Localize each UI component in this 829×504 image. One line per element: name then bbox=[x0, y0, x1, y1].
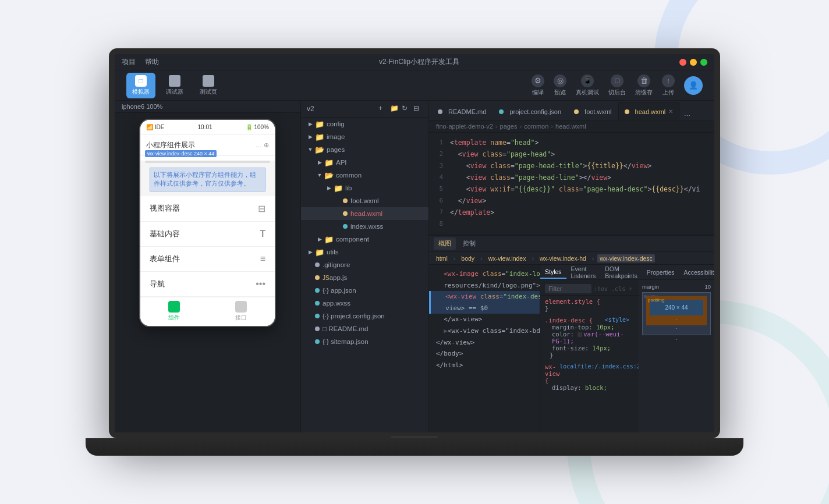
app-title: v2-FinClip小程序开发工具 bbox=[159, 57, 679, 67]
css-selector-wx-view: wx-view { bbox=[545, 363, 559, 384]
tree-item-lib[interactable]: ▶ 📁 lib bbox=[301, 182, 428, 194]
element-tag-wx-hd[interactable]: wx-view.index-hd bbox=[537, 254, 589, 262]
test-label: 测试页 bbox=[200, 88, 217, 96]
panel-tab-control[interactable]: 控制 bbox=[458, 237, 480, 250]
tree-collapse-icon[interactable]: ⊟ bbox=[413, 104, 423, 113]
tab-more-btn[interactable]: ⋯ bbox=[679, 112, 695, 120]
tree-item-api[interactable]: ▶ 📁 API bbox=[301, 156, 428, 169]
tree-new-file-icon[interactable]: + bbox=[378, 104, 388, 113]
tree-item-head-wxml[interactable]: head.wxml bbox=[301, 207, 428, 220]
element-tag-wx-desc[interactable]: wx-view.index-desc bbox=[597, 254, 654, 262]
toolbar-debugger-btn[interactable]: ○ 调试器 bbox=[160, 73, 189, 98]
styles-tab-properties[interactable]: Properties bbox=[642, 267, 679, 278]
box-model-title: margin 10 bbox=[642, 283, 711, 290]
tab-project-config[interactable]: project.config.json bbox=[493, 102, 568, 120]
css-rule-wx-view: wx-view { localfile:/.index.css:2 displa… bbox=[540, 361, 639, 393]
line-content-4: <view class="page-head-line"></view> bbox=[450, 172, 714, 184]
tree-item-pages[interactable]: ▼ 📂 pages bbox=[301, 143, 428, 156]
tab-readme[interactable]: README.md bbox=[431, 102, 493, 120]
tree-arrow-config: ▶ bbox=[306, 121, 315, 127]
tree-label-utils: utils bbox=[327, 249, 338, 255]
element-tag-body[interactable]: body bbox=[459, 254, 477, 262]
css-prop-color: color: var(--weui-FG-1); bbox=[545, 331, 634, 345]
tree-item-component[interactable]: ▶ 📁 component bbox=[301, 233, 428, 246]
background-btn[interactable]: □ 切后台 bbox=[608, 74, 626, 97]
tree-item-project-config[interactable]: {·} project.config.json bbox=[301, 310, 428, 322]
breadcrumb-file: head.wxml bbox=[555, 123, 586, 130]
phone-frame: 📶 IDE 10:01 🔋 100% 小程序组件展示 … ⊕ wx-view. bbox=[139, 119, 276, 327]
user-avatar[interactable]: 👤 bbox=[684, 76, 703, 95]
toolbar: □ 模拟器 ○ 调试器 出 测试页 ⚙ 编译 bbox=[115, 70, 714, 101]
menu-item-help[interactable]: 帮助 bbox=[145, 57, 159, 67]
debugger-label: 调试器 bbox=[166, 88, 183, 96]
styles-panel: Styles Event Listeners DOM Breakpoints P… bbox=[540, 265, 714, 432]
phone-tab-api[interactable]: 接口 bbox=[208, 297, 275, 326]
tree-header-icons: + 📁 ↻ ⊟ bbox=[378, 104, 423, 113]
element-tag-wx-index[interactable]: wx-view.index bbox=[486, 254, 529, 262]
tree-arrow-image: ▶ bbox=[306, 134, 315, 140]
tree-item-utils[interactable]: ▶ 📁 utils bbox=[301, 246, 428, 258]
phone-tab-component[interactable]: 组件 bbox=[140, 297, 208, 326]
line-num-7: 7 bbox=[429, 207, 450, 219]
api-tab-icon bbox=[235, 301, 247, 313]
tab-dot-foot bbox=[574, 109, 579, 114]
styles-left: :hov .cls + element.style { } bbox=[540, 280, 639, 432]
ide-container: 项目 帮助 v2-FinClip小程序开发工具 □ 模拟器 bbox=[115, 54, 714, 432]
device-debug-btn[interactable]: 📱 真机调试 bbox=[576, 74, 599, 97]
menu-bar: 项目 帮助 v2-FinClip小程序开发工具 bbox=[115, 54, 714, 70]
css-link-local[interactable]: localfile:/.index.css:2 bbox=[559, 363, 639, 384]
highlight-text: 以下将展示小程序官方组件能力，组件样式仅供参考，官方仅供参考。 bbox=[154, 171, 261, 189]
css-link-style[interactable]: <style> bbox=[605, 317, 634, 324]
element-tag-html[interactable]: html bbox=[434, 254, 450, 262]
line-content-3: <view class="page-head-title">{{title}}<… bbox=[450, 161, 714, 172]
maximize-button[interactable] bbox=[700, 59, 707, 66]
tab-close-head[interactable]: ✕ bbox=[668, 108, 673, 115]
element-bar: html › body › wx-view.index › wx-view.in… bbox=[429, 252, 714, 265]
preview-btn[interactable]: ◎ 预览 bbox=[554, 74, 566, 97]
code-editor[interactable]: 1 <template name="head"> 2 <view class="… bbox=[429, 133, 714, 235]
css-prop-font-size: font-size: 14px; bbox=[545, 345, 634, 352]
tree-item-foot-wxml[interactable]: foot.wxml bbox=[301, 194, 428, 207]
tab-foot-wxml[interactable]: foot.wxml bbox=[568, 102, 618, 120]
element-sep-2: › bbox=[480, 255, 483, 262]
breadcrumb-sep-2: › bbox=[520, 123, 522, 130]
tree-item-image[interactable]: ▶ 📁 image bbox=[301, 130, 428, 143]
status-time: 10:01 bbox=[198, 124, 212, 130]
tree-item-index-wxss[interactable]: index.wxss bbox=[301, 220, 428, 233]
tree-item-common[interactable]: ▼ 📂 common bbox=[301, 169, 428, 182]
line-content-2: <view class="page-head"> bbox=[450, 149, 714, 161]
tree-item-readme[interactable]: □ README.md bbox=[301, 322, 428, 335]
tree-item-config[interactable]: ▶ 📁 config bbox=[301, 118, 428, 130]
styles-tab-styles[interactable]: Styles bbox=[540, 266, 566, 279]
tree-item-app-json[interactable]: {·} app.json bbox=[301, 284, 428, 297]
styles-tab-accessibility[interactable]: Accessibility bbox=[679, 267, 714, 278]
styles-tab-dom[interactable]: DOM Breakpoints bbox=[600, 265, 642, 282]
tree-item-gitignore[interactable]: .gitignore bbox=[301, 258, 428, 271]
tree-refresh-icon[interactable]: ↻ bbox=[402, 104, 411, 113]
tree-new-folder-icon[interactable]: 📁 bbox=[390, 104, 399, 113]
tree-label-head-wxml: head.wxml bbox=[350, 210, 382, 217]
clear-cache-btn[interactable]: 🗑 清缓存 bbox=[635, 74, 653, 97]
tree-label-foot-wxml: foot.wxml bbox=[350, 197, 379, 204]
breadcrumb-pages: pages bbox=[500, 123, 518, 130]
tab-head-wxml[interactable]: head.wxml ✕ bbox=[618, 102, 680, 120]
file-tree: v2 + 📁 ↻ ⊟ ▶ 📁 config bbox=[301, 101, 429, 432]
filter-input[interactable] bbox=[545, 284, 591, 293]
folder-icon-config: 📁 bbox=[315, 120, 324, 129]
file-dot-foot bbox=[343, 198, 348, 203]
list-item-basic: 基础内容 T bbox=[140, 222, 275, 247]
menu-item-project[interactable]: 项目 bbox=[122, 57, 136, 67]
toolbar-test-btn[interactable]: 出 测试页 bbox=[194, 73, 223, 98]
styles-tab-event[interactable]: Event Listeners bbox=[566, 265, 601, 282]
compile-btn[interactable]: ⚙ 编译 bbox=[532, 74, 544, 97]
tree-arrow-common: ▼ bbox=[315, 172, 324, 178]
tree-item-app-js[interactable]: JS app.js bbox=[301, 271, 428, 284]
upload-btn[interactable]: ↑ 上传 bbox=[662, 74, 675, 97]
close-button[interactable] bbox=[679, 59, 686, 66]
panel-tab-overview[interactable]: 概图 bbox=[434, 237, 456, 250]
tree-item-sitemap[interactable]: {·} sitemap.json bbox=[301, 335, 428, 348]
minimize-button[interactable] bbox=[690, 59, 697, 66]
tree-item-app-wxss[interactable]: app.wxss bbox=[301, 297, 428, 310]
tree-label-index-wxss: index.wxss bbox=[350, 223, 383, 230]
toolbar-simulator-btn[interactable]: □ 模拟器 bbox=[126, 73, 155, 98]
